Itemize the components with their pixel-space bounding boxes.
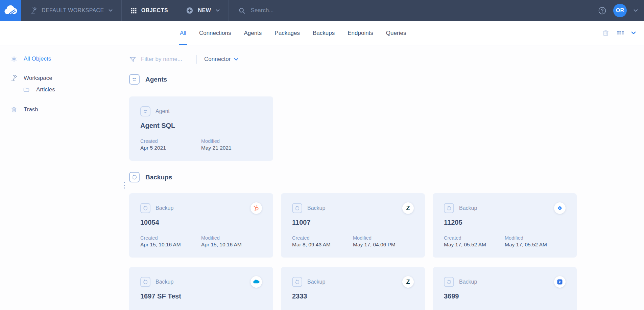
card-title: 11205	[444, 219, 566, 226]
divider	[196, 55, 197, 64]
jira-icon	[554, 202, 566, 214]
sidebar-item-label: Trash	[24, 106, 38, 113]
connector-filter-dropdown[interactable]: Connector	[204, 56, 238, 63]
topbar-right: OR	[598, 0, 644, 21]
help-icon[interactable]	[598, 6, 606, 15]
backup-card[interactable]: Backup 1697 SF Test	[129, 267, 273, 310]
new-menu-label: NEW	[198, 7, 211, 14]
drag-handle-icon[interactable]	[124, 182, 125, 189]
card-type-label: Backup	[459, 279, 477, 285]
content-body: All Objects Workspace Articles	[0, 45, 644, 310]
backup-icon	[444, 277, 454, 287]
backup-icon	[292, 277, 302, 287]
main-content: Connector Agents	[129, 45, 644, 310]
backups-card-row-1: Backup 10054 Crea	[129, 193, 644, 258]
modified-value: Apr 15, 10:16 AM	[201, 242, 262, 248]
sidebar-item-all-objects[interactable]: All Objects	[0, 53, 129, 65]
sidebar-item-label: All Objects	[24, 56, 51, 62]
avatar[interactable]: OR	[613, 4, 627, 17]
tab-label: Backups	[313, 30, 335, 37]
card-type-label: Agent	[156, 108, 170, 114]
trash-icon	[10, 106, 18, 113]
backup-icon	[444, 203, 454, 213]
search-input[interactable]	[250, 7, 353, 14]
backup-icon	[140, 203, 150, 213]
modified-value: May 17, 04:06 PM	[353, 242, 414, 248]
zendesk-icon: Z	[402, 276, 414, 288]
card-title: 3699	[444, 292, 566, 300]
plus-icon	[186, 7, 193, 14]
agent-card[interactable]: Agent Agent SQL Created Apr 5 2021 Modif…	[129, 96, 273, 161]
chevron-down-icon	[109, 9, 113, 12]
asterisk-icon	[10, 56, 18, 62]
tab-endpoints[interactable]: Endpoints	[348, 21, 373, 45]
backup-card[interactable]: Backup Z 2333	[281, 267, 425, 310]
created-value: Apr 5 2021	[140, 145, 201, 151]
card-header: Agent	[140, 106, 262, 117]
backup-icon	[292, 203, 302, 213]
tab-label: Packages	[275, 30, 300, 37]
sidebar-item-articles[interactable]: Articles	[0, 84, 129, 95]
tab-connections[interactable]: Connections	[199, 21, 231, 45]
modified-label: Modified	[201, 235, 262, 241]
card-header: Backup	[444, 203, 566, 214]
topbar: DEFAULT WORKSPACE OBJECTS NEW	[0, 0, 644, 21]
workspace-lamp-icon	[10, 74, 18, 82]
app-logo[interactable]	[0, 0, 21, 21]
objects-menu-button[interactable]: OBJECTS	[122, 0, 177, 21]
card-title: 2333	[292, 292, 414, 300]
search-icon	[238, 7, 245, 14]
sidebar: All Objects Workspace Articles	[0, 45, 129, 310]
agents-section-header: Agents	[129, 74, 644, 85]
tab-agents[interactable]: Agents	[244, 21, 262, 45]
card-header: Backup Z	[292, 203, 414, 214]
card-header: Backup Z	[292, 276, 414, 287]
backups-card-row-2: Backup 1697 SF Test	[129, 267, 644, 310]
backup-card[interactable]: Backup Z 11007 Created Mar 8, 09:43 AM M…	[281, 193, 425, 258]
tab-label: Queries	[386, 30, 406, 37]
filter-funnel-icon	[129, 56, 136, 63]
card-title: 11007	[292, 219, 414, 226]
search-bar[interactable]	[229, 0, 598, 21]
filter-row: Connector	[129, 54, 644, 64]
card-title: Agent SQL	[140, 122, 262, 130]
workspace-switcher[interactable]: DEFAULT WORKSPACE	[21, 0, 122, 21]
modified-value: May 17, 05:52 AM	[505, 242, 566, 248]
card-type-label: Backup	[307, 205, 325, 211]
tab-all[interactable]: All	[180, 21, 186, 45]
backup-icon	[129, 172, 140, 182]
view-mode-chevron-icon[interactable]	[631, 31, 636, 35]
backups-section-header: Backups	[129, 172, 644, 183]
sidebar-item-trash[interactable]: Trash	[0, 104, 129, 115]
backup-card[interactable]: Backup 10054 Crea	[129, 193, 273, 258]
created-label: Created	[140, 235, 201, 241]
backup-card[interactable]: Backup 3699	[433, 267, 577, 310]
agents-card-row: Agent Agent SQL Created Apr 5 2021 Modif…	[129, 96, 644, 161]
card-title: 10054	[140, 219, 262, 226]
tab-label: All	[180, 30, 186, 37]
filter-by-name-input[interactable]	[140, 56, 192, 63]
hubspot-icon	[251, 202, 262, 214]
tabs: All Connections Agents Packages Backups …	[180, 21, 406, 45]
card-meta: Created Apr 5 2021 Modified May 21 2021	[140, 138, 262, 151]
tab-packages[interactable]: Packages	[275, 21, 300, 45]
sidebar-item-label: Articles	[36, 86, 55, 93]
card-type-label: Backup	[307, 279, 325, 285]
delete-trash-icon[interactable]	[602, 29, 610, 37]
tab-queries[interactable]: Queries	[386, 21, 406, 45]
account-chevron-icon[interactable]	[634, 9, 638, 12]
tab-backups[interactable]: Backups	[313, 21, 335, 45]
new-menu-button[interactable]: NEW	[177, 0, 229, 21]
card-meta: Created Mar 8, 09:43 AM Modified May 17,…	[292, 235, 414, 248]
modified-label: Modified	[353, 235, 414, 241]
sidebar-item-workspace[interactable]: Workspace	[0, 72, 129, 84]
created-label: Created	[140, 138, 201, 144]
backup-card[interactable]: Backup 11205 Created May 17, 05:52 AM	[433, 193, 577, 258]
section-title: Backups	[145, 174, 172, 181]
card-header: Backup	[140, 203, 262, 214]
agent-icon	[140, 106, 150, 116]
view-mode-tiles-icon[interactable]	[616, 29, 624, 37]
tab-label: Endpoints	[348, 30, 373, 37]
chevron-down-icon	[216, 9, 220, 12]
grid-icon	[130, 7, 137, 14]
